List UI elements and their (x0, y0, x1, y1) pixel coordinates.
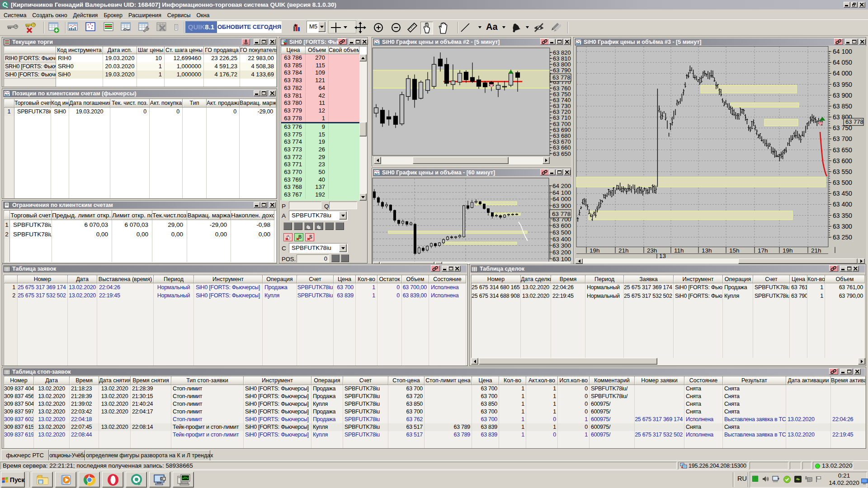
svg-text:63 740: 63 740 (553, 97, 571, 103)
svg-text:19h: 19h (590, 247, 600, 254)
svg-text:63 790: 63 790 (553, 67, 571, 74)
svg-text:64 000: 64 000 (833, 70, 852, 77)
svg-text:63 680: 63 680 (553, 132, 571, 139)
svg-text:63 760: 63 760 (553, 85, 571, 92)
svg-text:63 730: 63 730 (553, 103, 571, 109)
svg-text:63 500: 63 500 (552, 229, 571, 236)
svg-text:63 778: 63 778 (552, 74, 571, 81)
svg-text:23h: 23h (647, 247, 657, 254)
svg-text:63 950: 63 950 (833, 81, 852, 88)
svg-text:63 600: 63 600 (833, 157, 852, 164)
svg-text:63 670: 63 670 (553, 138, 571, 145)
svg-text:63 300: 63 300 (833, 223, 852, 230)
svg-text:63 700: 63 700 (833, 135, 852, 142)
svg-text:63 550: 63 550 (833, 168, 852, 175)
svg-text:64 100: 64 100 (833, 48, 852, 55)
svg-text:63 850: 63 850 (833, 103, 852, 110)
svg-text:63 660: 63 660 (553, 144, 571, 151)
svg-text:64 100: 64 100 (552, 189, 571, 196)
svg-text:64 000: 64 000 (552, 196, 571, 202)
svg-text:63 800: 63 800 (553, 61, 571, 68)
svg-text:63 350: 63 350 (833, 212, 852, 219)
svg-text:63 500: 63 500 (833, 179, 852, 186)
svg-text:63 650: 63 650 (833, 146, 852, 154)
svg-text:21h: 21h (811, 247, 821, 254)
svg-text:63 600: 63 600 (552, 222, 571, 229)
svg-text:63 778: 63 778 (845, 118, 863, 125)
svg-text:63 690: 63 690 (553, 127, 571, 133)
svg-text:13h: 13h (702, 247, 712, 254)
svg-text:64 200: 64 200 (552, 183, 571, 189)
svg-text:63 400: 63 400 (552, 236, 571, 243)
svg-text:17h: 17h (758, 247, 768, 254)
svg-text:63 250: 63 250 (833, 234, 852, 241)
svg-text:63 900: 63 900 (833, 92, 852, 99)
svg-text:63 200: 63 200 (552, 249, 571, 256)
svg-text:63 720: 63 720 (553, 108, 571, 115)
svg-text:19h: 19h (783, 247, 793, 254)
svg-text:63 650: 63 650 (553, 150, 571, 157)
svg-text:S: S (309, 235, 312, 239)
svg-text:63 820: 63 820 (553, 49, 571, 56)
svg-text:63 810: 63 810 (553, 55, 571, 62)
svg-text:63 450: 63 450 (833, 190, 852, 197)
svg-text:B: B (298, 235, 302, 239)
svg-text:63 700: 63 700 (553, 121, 571, 127)
svg-text:21h: 21h (618, 247, 629, 254)
svg-text:15h: 15h (729, 247, 740, 254)
svg-text:11h: 11h (674, 247, 684, 254)
svg-text:63 710: 63 710 (553, 114, 571, 121)
svg-text:64 050: 64 050 (833, 59, 852, 66)
svg-text:63 778: 63 778 (552, 211, 571, 217)
svg-text:63 400: 63 400 (833, 201, 852, 208)
svg-text:63 300: 63 300 (552, 242, 571, 249)
svg-text:63 900: 63 900 (552, 202, 571, 209)
svg-text:63 750: 63 750 (553, 91, 571, 98)
